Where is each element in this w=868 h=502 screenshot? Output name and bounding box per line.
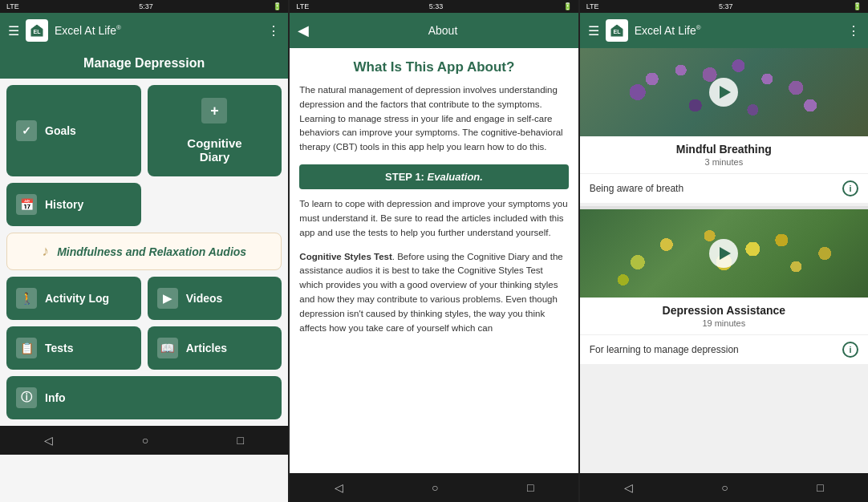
info-label: Info	[45, 391, 66, 404]
activity-icon: 🚶	[16, 288, 37, 309]
video-card-2: Depression Assistance 19 minutes For lea…	[580, 209, 868, 364]
app-title-1: Excel At Life®	[55, 24, 261, 37]
back-nav-1[interactable]: ◁	[34, 431, 63, 450]
status-time-2: 5:33	[429, 2, 444, 10]
videos-label: Videos	[186, 292, 223, 305]
tests-button[interactable]: 📋 Tests	[6, 326, 141, 370]
info-icon: ⓘ	[16, 387, 37, 408]
recent-nav-3[interactable]: □	[807, 478, 833, 497]
history-label: History	[45, 198, 83, 211]
status-left-3: LTE	[586, 2, 599, 10]
about-body-3: Cognitive Styles Test. Before using the …	[299, 250, 568, 336]
panel-2: LTE 5:33 🔋 ◀ About What Is This App Abou…	[288, 0, 578, 502]
video-list: Mindful Breathing 3 minutes Being aware …	[580, 48, 868, 473]
mindfulness-label: Mindfulness and Relaxation Audios	[57, 245, 246, 258]
manage-bar: Manage Depression	[0, 48, 288, 79]
video-duration-1: 3 minutes	[590, 157, 858, 167]
video-duration-2: 19 minutes	[590, 318, 858, 328]
info-button[interactable]: ⓘ Info	[6, 376, 282, 419]
goals-button[interactable]: ✓ Goals	[6, 85, 141, 176]
app-logo-3: EL	[606, 19, 628, 42]
about-content: What Is This App About? The natural mana…	[290, 48, 578, 473]
cognitive-diary-button[interactable]: + CognitiveDiary	[148, 85, 282, 176]
videos-button[interactable]: ▶ Videos	[148, 277, 282, 320]
video-info-2: Depression Assistance 19 minutes	[580, 298, 868, 334]
bottom-nav-2: ◁ ○ □	[290, 473, 578, 502]
video-title-2: Depression Assistance	[590, 304, 858, 317]
about-page-title: What Is This App About?	[299, 48, 568, 83]
articles-label: Articles	[186, 342, 227, 354]
articles-icon: 📖	[157, 338, 178, 358]
app-title-3: Excel At Life®	[635, 24, 841, 37]
video-desc-row-2: For learning to manage depression i	[580, 334, 868, 364]
cognitive-label: CognitiveDiary	[187, 136, 241, 164]
step-bar: STEP 1: Evaluation.	[299, 164, 568, 189]
home-nav-3[interactable]: ○	[712, 478, 737, 497]
svg-text:EL: EL	[34, 29, 42, 34]
activity-log-button[interactable]: 🚶 Activity Log	[6, 277, 141, 320]
status-bar-1: LTE 5:37 🔋	[0, 0, 288, 13]
more-icon-1[interactable]: ⋮	[267, 23, 280, 38]
bottom-nav-1: ◁ ○ □	[0, 426, 288, 455]
recent-nav-1[interactable]: □	[228, 431, 254, 450]
tests-label: Tests	[45, 342, 74, 354]
video-desc-1: Being aware of breath	[590, 183, 683, 194]
status-right-3: 🔋	[853, 2, 862, 10]
videos-icon: ▶	[157, 288, 178, 309]
history-icon: 📅	[16, 194, 37, 215]
video-title-1: Mindful Breathing	[590, 143, 858, 156]
status-time-3: 5:37	[719, 2, 733, 10]
articles-button[interactable]: 📖 Articles	[148, 326, 282, 370]
status-time: 5:37	[139, 2, 153, 10]
back-nav-3[interactable]: ◁	[614, 478, 643, 497]
status-left: LTE	[6, 2, 19, 10]
play-button-2[interactable]	[709, 239, 738, 268]
mindfulness-button[interactable]: ♪ Mindfulness and Relaxation Audios	[6, 233, 282, 270]
home-nav-1[interactable]: ○	[132, 431, 158, 450]
video-thumbnail-1[interactable]	[580, 48, 868, 136]
tests-icon: 📋	[16, 338, 37, 358]
status-right-2: 🔋	[563, 2, 572, 10]
status-bar-3: LTE 5:37 🔋	[580, 0, 868, 13]
status-right: 🔋	[273, 2, 282, 10]
app-logo: EL	[26, 19, 48, 42]
info-button-2[interactable]: i	[842, 342, 858, 358]
note-icon: ♪	[42, 243, 49, 260]
top-grid: ✓ Goals + CognitiveDiary 📅 History	[0, 79, 288, 233]
cognitive-icon: +	[201, 98, 227, 123]
about-title-bar: About	[315, 24, 570, 37]
video-desc-row-1: Being aware of breath i	[580, 173, 868, 203]
about-body-2: To learn to cope with depression and imp…	[299, 197, 568, 240]
menu-icon[interactable]: ☰	[8, 23, 19, 38]
menu-icon-3[interactable]: ☰	[588, 23, 599, 38]
activity-label: Activity Log	[45, 292, 109, 305]
svg-text:EL: EL	[613, 29, 621, 34]
app-bar-3: ☰ EL Excel At Life® ⋮	[580, 13, 868, 48]
video-desc-2: For learning to manage depression	[590, 344, 739, 355]
back-nav-2[interactable]: ◁	[325, 478, 353, 497]
panel-3: LTE 5:37 🔋 ☰ EL Excel At Life® ⋮ Mindful…	[578, 0, 868, 502]
video-card-1: Mindful Breathing 3 minutes Being aware …	[580, 48, 868, 203]
play-button-1[interactable]	[709, 78, 738, 107]
back-icon-2[interactable]: ◀	[298, 22, 309, 39]
video-thumbnail-2[interactable]	[580, 209, 868, 298]
app-bar-2: ◀ About	[290, 13, 578, 48]
home-nav-2[interactable]: ○	[422, 478, 448, 497]
video-info-1: Mindful Breathing 3 minutes	[580, 136, 868, 173]
history-button[interactable]: 📅 History	[6, 183, 141, 226]
bottom-grid: 🚶 Activity Log ▶ Videos 📋 Tests 📖 Articl…	[0, 277, 288, 426]
info-button-1[interactable]: i	[842, 180, 858, 196]
goals-label: Goals	[45, 124, 76, 137]
about-body-1: The natural management of depression inv…	[299, 83, 568, 155]
status-bar-2: LTE 5:33 🔋	[290, 0, 578, 13]
goals-icon: ✓	[16, 120, 37, 141]
more-icon-3[interactable]: ⋮	[847, 23, 860, 38]
bottom-nav-3: ◁ ○ □	[580, 473, 868, 502]
recent-nav-2[interactable]: □	[517, 478, 543, 497]
mindfulness-area: ♪ Mindfulness and Relaxation Audios	[0, 233, 288, 277]
app-bar-1: ☰ EL Excel At Life® ⋮	[0, 13, 288, 48]
status-left-2: LTE	[296, 2, 309, 10]
panel-1: LTE 5:37 🔋 ☰ EL Excel At Life® ⋮ Manage …	[0, 0, 288, 502]
